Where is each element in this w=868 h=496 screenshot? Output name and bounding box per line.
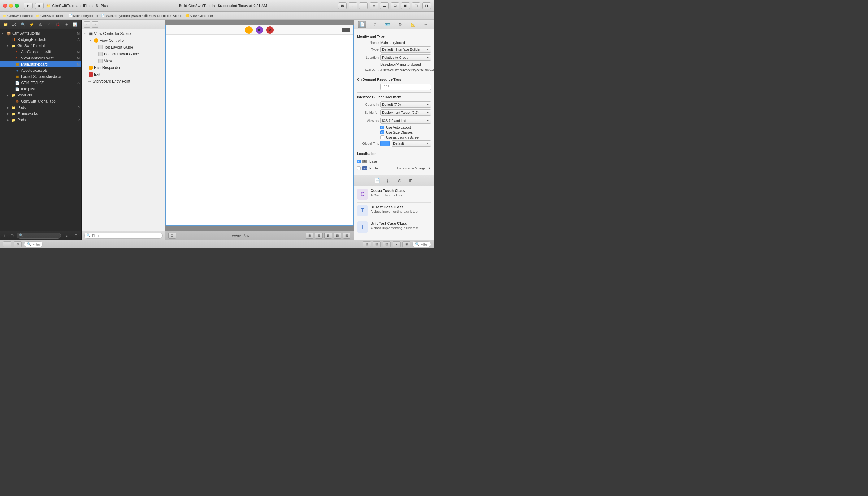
launch-screen-checkbox[interactable] [380,136,384,139]
add-file-button[interactable]: + [2,233,8,238]
scene-filter[interactable]: 🔍 Filter [84,233,163,239]
sidebar-filter-input[interactable]: 🔍 [17,233,61,239]
inspector-attributes-btn[interactable]: ⚙ [396,21,404,28]
hierarchy-button[interactable]: ⊡ [72,233,79,239]
sidebar-item-app[interactable]: ⚙ GtmSwiftTutorial.app [0,98,81,105]
builds-for-select[interactable]: Deployment Target (9.2) ▼ [380,109,431,115]
sort-button[interactable]: ≡ [63,233,70,239]
tint-swatch[interactable] [380,141,390,146]
tags-input[interactable]: Tags [380,84,431,90]
file-template-icon[interactable]: 📄 [374,177,381,184]
stop-button[interactable]: ■ [35,3,44,9]
editor-layout-button[interactable]: ⊞ [338,2,347,9]
sidebar-item-pods1[interactable]: ▶ 📁 Pods ? [0,105,81,111]
view-controller-frame[interactable]: ■ ✕ [165,25,354,226]
code-snippet-icon[interactable]: {} [385,177,392,184]
breadcrumb-item-4[interactable]: 📄 Main.storyboard (Base) [101,14,141,18]
canvas-content[interactable]: → ■ ✕ [165,20,354,231]
breadcrumb-item-3[interactable]: 📄 Main.storyboard [68,14,98,18]
grid-view-btn[interactable]: ⊞ [363,241,371,247]
sidebar-item-launchscreen[interactable]: ⊞ LaunchScreen.storyboard [0,74,81,80]
type-select[interactable]: Default - Interface Builder... ▼ [380,46,431,52]
bottom-filter[interactable]: 🔍 Filter [24,241,43,247]
fit-view-btn[interactable]: ⊡ [383,241,391,247]
layout-version-button[interactable]: ⊟ [391,2,399,9]
opens-in-select[interactable]: Default (7.0) ▼ [380,102,431,108]
sidebar-item-bridging[interactable]: H BridgingHeader.h A [0,36,81,43]
sidebar-item-mainstoryboard[interactable]: ⊞ Main.storyboard M [0,61,81,67]
sidebar-nav-reports[interactable]: 📊 [71,21,79,28]
back-button[interactable]: ← [348,2,357,9]
zoom-in-btn[interactable]: ⊞ [325,233,332,239]
sidebar-nav-breakpoints[interactable]: ◈ [62,21,70,28]
vc-content-area[interactable] [166,35,353,225]
tint-select[interactable]: Default ▼ [392,140,431,146]
auto-layout-checkbox[interactable] [380,126,384,129]
sidebar-item-pods2[interactable]: ▶ 📁 Pods ? [0,117,81,123]
scene-item-view[interactable]: View [82,58,165,64]
sidebar-nav-symbols[interactable]: 🔍 [19,21,27,28]
scene-nav-back[interactable]: ‹ [84,21,90,28]
breadcrumb-item-6[interactable]: 🟡 View Controller [185,14,213,18]
close-button[interactable] [3,4,7,8]
inspector-connections-btn[interactable]: ↔ [422,21,430,28]
loc-english-checkbox[interactable] [357,166,361,170]
layout-standard-button[interactable]: ▭ [370,2,378,9]
inspector-file-btn[interactable]: 📄 [358,21,366,28]
sidebar-item-project[interactable]: ▾ 📦 GtmSwiftTutorial M [0,30,81,36]
sidebar-nav-git[interactable]: ⎇ [11,21,18,28]
status-circle-btn[interactable]: ⊙ [14,241,22,247]
maximize-button[interactable] [15,4,19,8]
scene-item-firstresponder[interactable]: First Responder [82,64,165,71]
debug-toggle[interactable]: ◫ [412,2,420,9]
inspector-identity-btn[interactable]: 🪪 [384,21,392,28]
breadcrumb-item-5[interactable]: 🎬 View Controller Scene [144,14,182,18]
sidebar-nav-debug[interactable]: 🐞 [54,21,61,28]
filter-btn[interactable]: ⊟ [343,233,350,239]
loc-base-checkbox[interactable] [357,159,361,163]
scene-item-exit[interactable]: Exit [82,71,165,78]
breadcrumb-item-2[interactable]: 📁 GtmSwiftTutorial [35,14,65,18]
media-library-icon[interactable]: ⊞ [407,177,415,184]
right-filter[interactable]: 🔍 Filter [412,241,431,247]
sidebar-item-products[interactable]: ▾ 📁 Products [0,92,81,98]
sidebar-nav-search[interactable]: ⚡ [28,21,35,28]
sidebar-nav-files[interactable]: 📁 [2,21,9,28]
inspector-quick-help-btn[interactable]: ? [371,21,379,28]
status-add-btn[interactable]: + [3,241,11,247]
view-as-select[interactable]: iOS 7.0 and Later ▼ [380,118,431,124]
run-button[interactable]: ▶ [24,3,32,9]
filter-icon[interactable]: ⊙ [9,233,15,238]
forward-button[interactable]: → [359,2,368,9]
resize-btn[interactable]: ⤢ [392,241,401,247]
sidebar-item-infoplist[interactable]: 📄 Info.plist [0,86,81,92]
scene-item-entrypoint[interactable]: → Storyboard Entry Point [82,78,165,85]
scene-item-scene[interactable]: ▾ 🎬 View Controller Scene [82,30,165,37]
inspector-btn[interactable]: ⊞ [402,241,410,247]
breadcrumb-item-1[interactable]: 📁 GtmSwiftTutorial [2,14,32,18]
canvas-toggle-btn[interactable]: ⊡ [168,233,176,239]
minimize-button[interactable] [9,4,13,8]
sidebar-item-assets[interactable]: ◈ Assets.xcassets [0,67,81,74]
scene-nav-forward[interactable]: › [92,21,99,28]
object-library-icon[interactable]: ⊙ [396,177,403,184]
scene-item-toplayout[interactable]: Top Layout Guide [82,44,165,51]
sidebar-item-appdelegate[interactable]: S AppDelegate.swift M [0,49,81,55]
location-select[interactable]: Relative to Group ▼ [380,55,431,61]
sidebar-item-viewcontroller[interactable]: S ViewController.swift M [0,55,81,61]
zoom-out-btn[interactable]: ⊟ [315,233,323,239]
scene-item-vc[interactable]: ▾ View Controller [82,37,165,44]
size-classes-checkbox[interactable] [380,130,384,134]
scene-item-bottomlayout[interactable]: Bottom Layout Guide [82,51,165,58]
list-view-btn[interactable]: ⊟ [373,241,381,247]
utilities-toggle[interactable]: ◨ [422,2,431,9]
sidebar-item-gtm-plist[interactable]: 📄 GTM-PT3L9Z A [0,80,81,86]
inspector-size-btn[interactable]: 📐 [409,21,417,28]
sidebar-item-group[interactable]: ▾ 📁 GtmSwiftTutorial [0,43,81,49]
navigator-toggle[interactable]: ◧ [401,2,410,9]
layout-assistant-button[interactable]: ▬ [380,2,389,9]
sidebar-item-frameworks[interactable]: ▶ 📁 Frameworks [0,111,81,117]
zoom-fit-btn[interactable]: ⊞ [306,233,313,239]
sidebar-nav-issues[interactable]: ⚠ [36,21,44,28]
sidebar-nav-tests[interactable]: ✓ [45,21,53,28]
